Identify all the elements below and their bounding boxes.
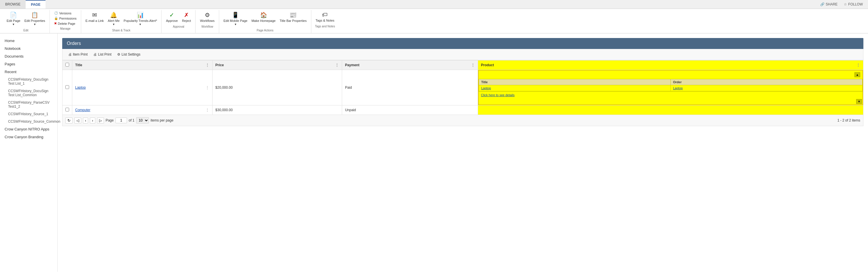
mobile-icon: 📱 bbox=[232, 11, 239, 19]
reject-icon: ✗ bbox=[184, 11, 189, 19]
row2-menu[interactable]: ⋮ bbox=[205, 108, 209, 112]
edit-mobile-page-button[interactable]: 📱 Edit Mobile Page ▾ bbox=[222, 11, 249, 27]
row2-product-cell bbox=[478, 105, 863, 115]
popup-scroll-up[interactable]: ▲ bbox=[855, 72, 860, 77]
edit-page-button[interactable]: 📄 Edit Page ▾ bbox=[5, 11, 22, 27]
email-link-button[interactable]: ✉ E-mail a Link bbox=[84, 11, 105, 23]
header-price: Price ⋮ bbox=[212, 60, 342, 70]
popup-order-link[interactable]: Laptop bbox=[673, 86, 683, 90]
popularity-trends-button[interactable]: 📊 Popularity Trends-Alert* ▾ bbox=[122, 11, 158, 27]
orders-header: Orders bbox=[62, 38, 863, 49]
title-column-menu[interactable]: ⋮ bbox=[205, 63, 209, 67]
ribbon-group-edit: 📄 Edit Page ▾ 📋 Edit Properties ▾ Edit bbox=[2, 10, 50, 33]
row2-title-link[interactable]: Computer bbox=[75, 108, 90, 112]
title-bar-properties-button[interactable]: 📰 Title Bar Properties bbox=[278, 11, 308, 23]
row1-product-cell: ▲ Title Order bbox=[478, 70, 863, 105]
list-settings-button[interactable]: ⚙ List Settings bbox=[115, 51, 143, 58]
nav-item-documents[interactable]: Documents bbox=[0, 53, 57, 60]
product-popup-header: ▲ bbox=[478, 70, 863, 79]
ribbon: 📄 Edit Page ▾ 📋 Edit Properties ▾ Edit 🕐… bbox=[0, 9, 868, 33]
delete-page-button[interactable]: ✖ Delete Page bbox=[53, 21, 78, 26]
page-number-input[interactable] bbox=[116, 118, 127, 123]
row2-checkbox-cell bbox=[62, 105, 72, 115]
item-print-button[interactable]: 🖨 Item Print bbox=[66, 51, 90, 58]
chart-icon: 📊 bbox=[137, 11, 144, 19]
approve-button[interactable]: ✓ Approve bbox=[164, 11, 179, 23]
nav-item-crow-nitro[interactable]: Crow Canyon NITRO Apps bbox=[0, 125, 57, 133]
delete-icon: ✖ bbox=[54, 22, 57, 25]
alert-me-button[interactable]: 🔔 Alert Me ▾ bbox=[106, 11, 121, 27]
items-per-page-label: items per page bbox=[151, 118, 174, 122]
bell-icon: 🔔 bbox=[110, 11, 117, 19]
row2-checkbox[interactable] bbox=[65, 108, 69, 112]
nav-item-recent-5[interactable]: CCSWFHistory_Source_Common bbox=[0, 118, 57, 125]
workflow-icon: ⚙ bbox=[205, 11, 210, 19]
ribbon-group-manage: 🕐 Versions 🔒 Permissions ✖ Delete Page M… bbox=[50, 10, 81, 33]
approve-icon: ✓ bbox=[169, 11, 174, 19]
versions-button[interactable]: 🕐 Versions bbox=[53, 11, 78, 16]
permissions-button[interactable]: 🔒 Permissions bbox=[53, 16, 78, 21]
popup-row-order: Laptop bbox=[671, 85, 862, 91]
row1-payment-cell: Paid bbox=[342, 70, 478, 105]
nav-section-recent: Recent bbox=[0, 68, 57, 76]
orders-toolbar: 🖨 Item Print 🖨 List Print ⚙ List Setting… bbox=[62, 49, 863, 60]
select-all-checkbox[interactable] bbox=[65, 63, 69, 66]
row1-menu[interactable]: ⋮ bbox=[205, 85, 209, 90]
orders-table: Title ⋮ Price ⋮ Payment ⋮ bbox=[62, 60, 863, 115]
reject-button[interactable]: ✗ Reject bbox=[180, 11, 192, 23]
titlebar-icon: 📰 bbox=[289, 11, 297, 19]
items-per-page-select[interactable]: 10 20 50 bbox=[136, 117, 149, 124]
nav-item-notebook[interactable]: Notebook bbox=[0, 44, 57, 53]
tab-bar: BROWSE PAGE 🔗 SHARE ☆ FOLLOW bbox=[0, 0, 868, 9]
popup-mini-table: Title Order Laptop bbox=[478, 79, 863, 91]
follow-button[interactable]: ☆ FOLLOW bbox=[842, 1, 865, 7]
nav-item-recent-2[interactable]: CCSWFHistory_DocuSign Test List_Common bbox=[0, 87, 57, 99]
row2-price-cell: $30,000.00 bbox=[212, 105, 342, 115]
nav-item-recent-1[interactable]: CCSWFHistory_DocuSign Test List_1 bbox=[0, 76, 57, 87]
print-icon: 🖨 bbox=[68, 53, 72, 56]
row1-title-cell: Laptop ⋮ bbox=[72, 70, 213, 105]
workflows-button[interactable]: ⚙ Workflows bbox=[198, 11, 216, 23]
popup-title-link[interactable]: Laptop bbox=[481, 86, 491, 90]
last-page-button[interactable]: ▷ bbox=[97, 118, 104, 124]
page-label: Page bbox=[106, 118, 114, 122]
list-print-button[interactable]: 🖨 List Print bbox=[91, 51, 114, 58]
row1-price-cell: $20,000.00 bbox=[212, 70, 342, 105]
tags-icon: 🏷 bbox=[322, 11, 328, 18]
ribbon-group-workflow: ⚙ Workflows Workflow bbox=[195, 10, 219, 33]
popup-scroll-down[interactable]: ▼ bbox=[856, 99, 862, 104]
edit-page-icon: 📄 bbox=[10, 11, 17, 19]
of-label: of 1 bbox=[129, 118, 134, 122]
share-button[interactable]: 🔗 SHARE bbox=[818, 1, 839, 7]
page-tab[interactable]: PAGE bbox=[26, 0, 45, 9]
header-payment: Payment ⋮ bbox=[342, 60, 478, 70]
popup-details-link[interactable]: Click here to see details bbox=[481, 93, 515, 97]
header-product: Product ⋮ bbox=[478, 60, 863, 70]
first-page-button[interactable]: ◁ bbox=[74, 118, 81, 124]
row1-checkbox[interactable] bbox=[65, 85, 69, 89]
nav-item-recent-4[interactable]: CCSWFHistory_Source_1 bbox=[0, 110, 57, 118]
browse-tab[interactable]: BROWSE bbox=[0, 0, 26, 9]
product-column-menu[interactable]: ⋮ bbox=[856, 63, 860, 67]
prev-page-button[interactable]: ‹ bbox=[83, 118, 88, 124]
make-homepage-button[interactable]: 🏠 Make Homepage bbox=[250, 11, 277, 23]
nav-item-crow-branding[interactable]: Crow Canyon Branding bbox=[0, 133, 57, 141]
refresh-button[interactable]: ↻ bbox=[65, 118, 72, 124]
permissions-icon: 🔒 bbox=[54, 17, 58, 20]
popup-header-title: Title bbox=[478, 79, 671, 85]
tags-notes-button[interactable]: 🏷 Tags & Notes bbox=[314, 11, 336, 23]
edit-properties-button[interactable]: 📋 Edit Properties ▾ bbox=[23, 11, 46, 27]
main-content: Orders 🖨 Item Print 🖨 List Print ⚙ List … bbox=[58, 33, 868, 272]
popup-header-order: Order bbox=[671, 79, 862, 85]
next-page-button[interactable]: › bbox=[90, 118, 95, 124]
row2-title-cell: Computer ⋮ bbox=[72, 105, 213, 115]
nav-item-recent-3[interactable]: CCSWFHistory_ParseCSV Test1_2 bbox=[0, 99, 57, 110]
pagination-bar: ↻ ◁ ‹ › ▷ Page of 1 10 20 50 items per p… bbox=[62, 115, 863, 126]
nav-item-pages[interactable]: Pages bbox=[0, 60, 57, 68]
table-row: Computer ⋮ $30,000.00 Unpaid bbox=[62, 105, 863, 115]
payment-column-menu[interactable]: ⋮ bbox=[471, 63, 475, 67]
top-right-actions: 🔗 SHARE ☆ FOLLOW bbox=[815, 0, 868, 9]
nav-item-home[interactable]: Home bbox=[0, 37, 57, 44]
price-column-menu[interactable]: ⋮ bbox=[335, 63, 339, 67]
row1-title-link[interactable]: Laptop bbox=[75, 86, 86, 90]
